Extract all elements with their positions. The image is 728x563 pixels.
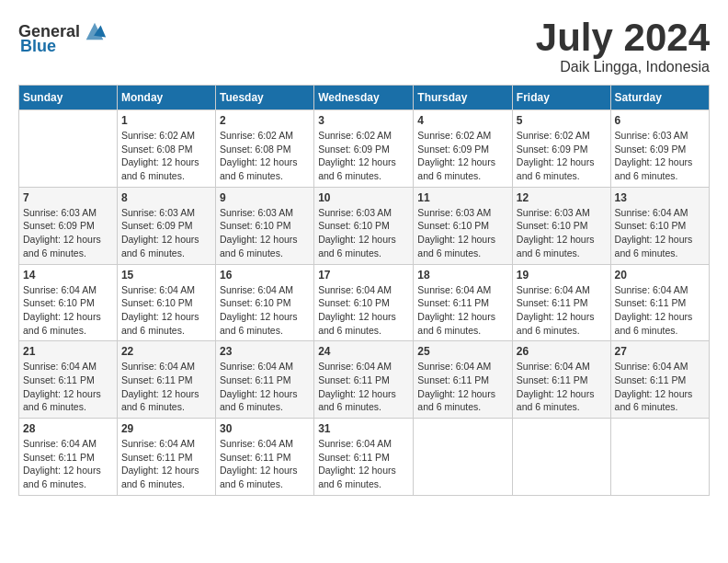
header: General Blue July 2024 Daik Lingga, Indo… [18, 18, 710, 75]
header-sunday: Sunday [19, 86, 118, 110]
day-info: Sunrise: 6:04 AM Sunset: 6:11 PM Dayligh… [318, 437, 409, 491]
day-number: 27 [615, 345, 705, 358]
day-number: 5 [517, 114, 607, 127]
day-info: Sunrise: 6:04 AM Sunset: 6:10 PM Dayligh… [23, 283, 113, 338]
table-row: 21Sunrise: 6:04 AM Sunset: 6:11 PM Dayli… [19, 341, 118, 419]
day-info: Sunrise: 6:04 AM Sunset: 6:11 PM Dayligh… [121, 360, 211, 414]
header-friday: Friday [512, 86, 610, 110]
table-row: 25Sunrise: 6:04 AM Sunset: 6:11 PM Dayli… [414, 341, 513, 419]
day-number: 6 [615, 114, 705, 127]
day-number: 2 [220, 114, 310, 127]
table-row: 31Sunrise: 6:04 AM Sunset: 6:11 PM Dayli… [314, 419, 414, 496]
day-info: Sunrise: 6:04 AM Sunset: 6:11 PM Dayligh… [220, 437, 310, 491]
day-number: 14 [23, 269, 113, 282]
day-info: Sunrise: 6:04 AM Sunset: 6:11 PM Dayligh… [517, 360, 607, 414]
table-row: 20Sunrise: 6:04 AM Sunset: 6:11 PM Dayli… [610, 264, 709, 341]
header-wednesday: Wednesday [314, 86, 414, 110]
day-info: Sunrise: 6:04 AM Sunset: 6:10 PM Dayligh… [220, 283, 310, 338]
day-number: 26 [517, 345, 607, 358]
table-row [610, 419, 709, 496]
table-row: 11Sunrise: 6:03 AM Sunset: 6:10 PM Dayli… [414, 187, 513, 264]
day-number: 21 [23, 345, 113, 358]
title-section: July 2024 Daik Lingga, Indonesia [536, 18, 710, 75]
day-info: Sunrise: 6:04 AM Sunset: 6:10 PM Dayligh… [318, 283, 409, 338]
calendar-week-row: 21Sunrise: 6:04 AM Sunset: 6:11 PM Dayli… [19, 341, 710, 419]
day-info: Sunrise: 6:04 AM Sunset: 6:11 PM Dayligh… [517, 283, 607, 338]
day-info: Sunrise: 6:04 AM Sunset: 6:11 PM Dayligh… [417, 283, 508, 338]
day-number: 25 [417, 345, 508, 358]
table-row: 8Sunrise: 6:03 AM Sunset: 6:09 PM Daylig… [117, 187, 215, 264]
day-info: Sunrise: 6:04 AM Sunset: 6:11 PM Dayligh… [318, 360, 409, 414]
header-monday: Monday [117, 86, 215, 110]
day-number: 17 [318, 269, 409, 282]
table-row: 22Sunrise: 6:04 AM Sunset: 6:11 PM Dayli… [117, 341, 215, 419]
day-number: 23 [220, 345, 310, 358]
day-number: 15 [121, 269, 211, 282]
table-row: 26Sunrise: 6:04 AM Sunset: 6:11 PM Dayli… [512, 341, 610, 419]
day-number: 28 [23, 422, 113, 435]
header-tuesday: Tuesday [215, 86, 313, 110]
table-row: 4Sunrise: 6:02 AM Sunset: 6:09 PM Daylig… [414, 110, 513, 188]
table-row: 24Sunrise: 6:04 AM Sunset: 6:11 PM Dayli… [314, 341, 414, 419]
table-row: 23Sunrise: 6:04 AM Sunset: 6:11 PM Dayli… [215, 341, 313, 419]
day-info: Sunrise: 6:04 AM Sunset: 6:10 PM Dayligh… [121, 283, 211, 338]
day-info: Sunrise: 6:04 AM Sunset: 6:11 PM Dayligh… [220, 360, 310, 414]
day-info: Sunrise: 6:03 AM Sunset: 6:10 PM Dayligh… [417, 206, 508, 260]
day-info: Sunrise: 6:04 AM Sunset: 6:11 PM Dayligh… [615, 360, 705, 414]
table-row: 6Sunrise: 6:03 AM Sunset: 6:09 PM Daylig… [610, 110, 709, 188]
day-number: 13 [615, 191, 705, 204]
table-row: 30Sunrise: 6:04 AM Sunset: 6:11 PM Dayli… [215, 419, 313, 496]
table-row: 2Sunrise: 6:02 AM Sunset: 6:08 PM Daylig… [215, 110, 313, 188]
table-row [414, 419, 513, 496]
table-row: 18Sunrise: 6:04 AM Sunset: 6:11 PM Dayli… [414, 264, 513, 341]
day-number: 1 [121, 114, 211, 127]
table-row: 19Sunrise: 6:04 AM Sunset: 6:11 PM Dayli… [512, 264, 610, 341]
table-row: 28Sunrise: 6:04 AM Sunset: 6:11 PM Dayli… [19, 419, 118, 496]
day-number: 16 [220, 269, 310, 282]
day-number: 4 [417, 114, 508, 127]
day-number: 31 [318, 422, 409, 435]
day-number: 7 [23, 191, 113, 204]
day-number: 10 [318, 191, 409, 204]
day-number: 11 [417, 191, 508, 204]
calendar-week-row: 14Sunrise: 6:04 AM Sunset: 6:10 PM Dayli… [19, 264, 710, 341]
table-row: 3Sunrise: 6:02 AM Sunset: 6:09 PM Daylig… [314, 110, 414, 188]
day-number: 12 [517, 191, 607, 204]
day-info: Sunrise: 6:03 AM Sunset: 6:10 PM Dayligh… [318, 206, 409, 260]
day-info: Sunrise: 6:02 AM Sunset: 6:08 PM Dayligh… [220, 129, 310, 183]
logo: General Blue [18, 18, 108, 56]
month-title: July 2024 [536, 18, 710, 57]
day-info: Sunrise: 6:04 AM Sunset: 6:11 PM Dayligh… [121, 437, 211, 491]
table-row: 27Sunrise: 6:04 AM Sunset: 6:11 PM Dayli… [610, 341, 709, 419]
table-row: 1Sunrise: 6:02 AM Sunset: 6:08 PM Daylig… [117, 110, 215, 188]
calendar-week-row: 7Sunrise: 6:03 AM Sunset: 6:09 PM Daylig… [19, 187, 710, 264]
day-number: 22 [121, 345, 211, 358]
day-info: Sunrise: 6:04 AM Sunset: 6:11 PM Dayligh… [23, 360, 113, 414]
location-title: Daik Lingga, Indonesia [536, 59, 710, 75]
day-number: 18 [417, 269, 508, 282]
table-row: 10Sunrise: 6:03 AM Sunset: 6:10 PM Dayli… [314, 187, 414, 264]
table-row: 29Sunrise: 6:04 AM Sunset: 6:11 PM Dayli… [117, 419, 215, 496]
day-info: Sunrise: 6:04 AM Sunset: 6:10 PM Dayligh… [615, 206, 705, 260]
day-info: Sunrise: 6:03 AM Sunset: 6:09 PM Dayligh… [615, 129, 705, 183]
day-info: Sunrise: 6:04 AM Sunset: 6:11 PM Dayligh… [615, 283, 705, 338]
calendar-table: Sunday Monday Tuesday Wednesday Thursday… [18, 85, 710, 496]
table-row: 7Sunrise: 6:03 AM Sunset: 6:09 PM Daylig… [19, 187, 118, 264]
day-info: Sunrise: 6:04 AM Sunset: 6:11 PM Dayligh… [23, 437, 113, 491]
header-thursday: Thursday [414, 86, 513, 110]
day-number: 8 [121, 191, 211, 204]
logo-blue-text: Blue [20, 37, 56, 56]
day-info: Sunrise: 6:02 AM Sunset: 6:09 PM Dayligh… [517, 129, 607, 183]
table-row [512, 419, 610, 496]
table-row: 17Sunrise: 6:04 AM Sunset: 6:10 PM Dayli… [314, 264, 414, 341]
calendar-header-row: Sunday Monday Tuesday Wednesday Thursday… [19, 86, 710, 110]
day-info: Sunrise: 6:02 AM Sunset: 6:09 PM Dayligh… [318, 129, 409, 183]
day-info: Sunrise: 6:03 AM Sunset: 6:10 PM Dayligh… [220, 206, 310, 260]
logo-icon [82, 18, 108, 44]
day-info: Sunrise: 6:02 AM Sunset: 6:08 PM Dayligh… [121, 129, 211, 183]
header-saturday: Saturday [610, 86, 709, 110]
day-info: Sunrise: 6:03 AM Sunset: 6:09 PM Dayligh… [23, 206, 113, 260]
day-number: 9 [220, 191, 310, 204]
table-row: 16Sunrise: 6:04 AM Sunset: 6:10 PM Dayli… [215, 264, 313, 341]
table-row: 12Sunrise: 6:03 AM Sunset: 6:10 PM Dayli… [512, 187, 610, 264]
